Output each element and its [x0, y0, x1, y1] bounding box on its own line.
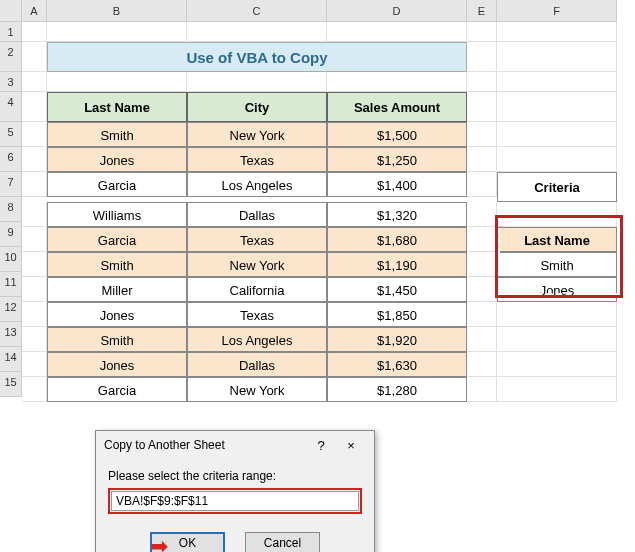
- table-cell[interactable]: Smith: [47, 252, 187, 277]
- table-cell[interactable]: Jones: [47, 302, 187, 327]
- table-cell[interactable]: Dallas: [187, 202, 327, 227]
- row-4[interactable]: 4: [0, 92, 22, 122]
- table-cell[interactable]: New York: [187, 122, 327, 147]
- row-6[interactable]: 6: [0, 147, 22, 172]
- table-cell[interactable]: Miller: [47, 277, 187, 302]
- help-icon[interactable]: ?: [306, 438, 336, 453]
- dialog-titlebar[interactable]: Copy to Another Sheet ? ×: [96, 431, 374, 459]
- table-cell[interactable]: Garcia: [47, 172, 187, 197]
- header-lastname: Last Name: [47, 92, 187, 122]
- table-cell[interactable]: New York: [187, 252, 327, 277]
- close-icon[interactable]: ×: [336, 438, 366, 453]
- dialog-prompt: Please select the criteria range:: [108, 469, 362, 483]
- row-9[interactable]: 9: [0, 222, 22, 247]
- table-cell[interactable]: $1,630: [327, 352, 467, 377]
- row-13[interactable]: 13: [0, 322, 22, 347]
- table-cell[interactable]: $1,850: [327, 302, 467, 327]
- col-C[interactable]: C: [187, 0, 327, 22]
- select-all[interactable]: [0, 0, 22, 22]
- table-cell[interactable]: $1,320: [327, 202, 467, 227]
- table-cell[interactable]: Los Angeles: [187, 327, 327, 352]
- col-E[interactable]: E: [467, 0, 497, 22]
- row-14[interactable]: 14: [0, 347, 22, 372]
- table-cell[interactable]: $1,920: [327, 327, 467, 352]
- selection-marquee: [495, 215, 623, 298]
- col-B[interactable]: B: [47, 0, 187, 22]
- row-8[interactable]: 8: [0, 197, 22, 222]
- col-A[interactable]: A: [22, 0, 47, 22]
- range-input[interactable]: [111, 491, 359, 511]
- dialog-title: Copy to Another Sheet: [104, 438, 306, 452]
- row-11[interactable]: 11: [0, 272, 22, 297]
- row-1[interactable]: 1: [0, 22, 22, 42]
- col-D[interactable]: D: [327, 0, 467, 22]
- table-cell[interactable]: Dallas: [187, 352, 327, 377]
- row-2[interactable]: 2: [0, 42, 22, 72]
- table-cell[interactable]: New York: [187, 377, 327, 402]
- table-cell[interactable]: Garcia: [47, 377, 187, 402]
- table-cell[interactable]: Los Angeles: [187, 172, 327, 197]
- header-city: City: [187, 92, 327, 122]
- table-cell[interactable]: Garcia: [47, 227, 187, 252]
- arrow-icon: ➡: [151, 534, 168, 552]
- row-3[interactable]: 3: [0, 72, 22, 92]
- table-cell[interactable]: Texas: [187, 302, 327, 327]
- row-headers: 1 2 3 4 5 6 7 8 9 10 11 12 13 14 15: [0, 0, 22, 397]
- criteria-label: Criteria: [497, 172, 617, 202]
- table-cell[interactable]: Jones: [47, 352, 187, 377]
- table-cell[interactable]: $1,680: [327, 227, 467, 252]
- table-cell[interactable]: Williams: [47, 202, 187, 227]
- table-cell[interactable]: Texas: [187, 227, 327, 252]
- input-highlight: [108, 488, 362, 514]
- table-cell[interactable]: Texas: [187, 147, 327, 172]
- table-cell[interactable]: $1,250: [327, 147, 467, 172]
- table-cell[interactable]: Smith: [47, 327, 187, 352]
- row-10[interactable]: 10: [0, 247, 22, 272]
- worksheet-grid[interactable]: Use of VBA to Copy Last Name City Sales …: [22, 22, 617, 402]
- input-dialog: Copy to Another Sheet ? × Please select …: [95, 430, 375, 552]
- table-cell[interactable]: $1,400: [327, 172, 467, 197]
- col-F[interactable]: F: [497, 0, 617, 22]
- table-cell[interactable]: Smith: [47, 122, 187, 147]
- table-cell[interactable]: $1,500: [327, 122, 467, 147]
- row-15[interactable]: 15: [0, 372, 22, 397]
- header-sales: Sales Amount: [327, 92, 467, 122]
- row-5[interactable]: 5: [0, 122, 22, 147]
- row-12[interactable]: 12: [0, 297, 22, 322]
- row-7[interactable]: 7: [0, 172, 22, 197]
- column-headers: A B C D E F: [22, 0, 617, 22]
- cancel-button[interactable]: Cancel: [245, 532, 320, 552]
- page-title: Use of VBA to Copy: [47, 42, 467, 72]
- table-cell[interactable]: $1,450: [327, 277, 467, 302]
- table-cell[interactable]: Jones: [47, 147, 187, 172]
- table-cell[interactable]: California: [187, 277, 327, 302]
- table-cell[interactable]: $1,190: [327, 252, 467, 277]
- table-cell[interactable]: $1,280: [327, 377, 467, 402]
